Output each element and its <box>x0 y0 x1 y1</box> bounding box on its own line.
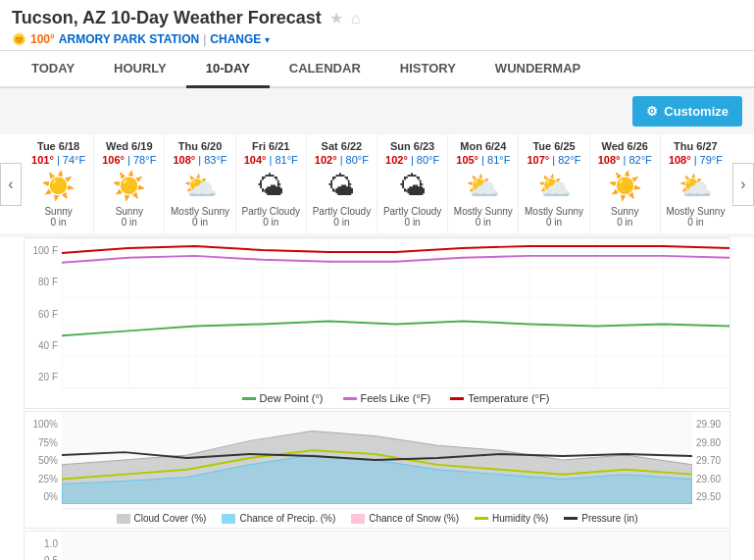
toolbar: ⚙ Customize <box>0 88 754 134</box>
sun-icon: 🌞 <box>12 32 26 46</box>
gear-icon: ⚙ <box>646 104 658 119</box>
tab-wundermap[interactable]: WUNDERMAP <box>476 51 600 88</box>
tab-history[interactable]: HISTORY <box>380 51 476 88</box>
forecast-day[interactable]: Thu 6/27 108° | 79°F ⛅ Mostly Sunny 0 in <box>661 134 730 233</box>
forecast-day[interactable]: Sat 6/22 102° | 80°F 🌤 Partly Cloudy 0 i… <box>307 134 377 233</box>
next-nav[interactable]: › <box>732 163 754 206</box>
customize-button[interactable]: ⚙ Customize <box>632 96 742 127</box>
tab-today[interactable]: TODAY <box>12 51 94 88</box>
temp-chart-legend: Dew Point (°) Feels Like (°F) Temperatur… <box>62 387 729 408</box>
tab-10day[interactable]: 10-DAY <box>186 51 270 88</box>
forecast-day[interactable]: Tue 6/18 101° | 74°F ☀️ Sunny 0 in <box>24 134 94 233</box>
page-title: Tucson, AZ 10-Day Weather Forecast <box>12 8 322 28</box>
dropdown-arrow-icon[interactable]: ▾ <box>265 34 270 45</box>
star-icon[interactable]: ★ <box>329 9 343 27</box>
tab-hourly[interactable]: HOURLY <box>94 51 186 88</box>
page-header: Tucson, AZ 10-Day Weather Forecast ★ ⌂ 🌞… <box>0 0 754 88</box>
prev-nav[interactable]: ‹ <box>0 163 22 206</box>
svg-rect-0 <box>62 238 729 384</box>
forecast-day[interactable]: Mon 6/24 105° | 81°F ⛅ Mostly Sunny 0 in <box>448 134 519 233</box>
tab-calendar[interactable]: CALENDAR <box>270 51 380 88</box>
precip-chart-container: 1.0 0.5 0.0 Precip. Accum. Total (in) Ho… <box>24 531 730 560</box>
humidity-chart-svg <box>62 412 692 504</box>
forecast-day[interactable]: Sun 6/23 102° | 80°F 🌤 Partly Cloudy 0 i… <box>377 134 448 233</box>
forecast-day[interactable]: Tue 6/25 107° | 82°F ⛅ Mostly Sunny 0 in <box>519 134 589 233</box>
precip-chart-svg <box>62 532 729 560</box>
forecast-days: Tue 6/18 101° | 74°F ☀️ Sunny 0 in Wed 6… <box>0 134 754 233</box>
forecast-day[interactable]: Thu 6/20 108° | 83°F ⛅ Mostly Sunny 0 in <box>165 134 235 233</box>
humidity-chart-legend: Cloud Cover (%) Chance of Precip. (%) Ch… <box>62 508 692 528</box>
station-link[interactable]: ARMORY PARK STATION <box>59 32 199 46</box>
nav-tabs: TODAY HOURLY 10-DAY CALENDAR HISTORY WUN… <box>0 51 754 88</box>
charts-section: 100 F 80 F 60 F 40 F 20 F Dew Point (°) <box>0 237 754 560</box>
current-temp: 100° <box>30 32 55 46</box>
forecast-day[interactable]: Fri 6/21 104° | 81°F 🌤 Partly Cloudy 0 i… <box>236 134 307 233</box>
svg-rect-4 <box>62 532 729 560</box>
forecast-day[interactable]: Wed 6/26 108° | 82°F ☀️ Sunny 0 in <box>590 134 661 233</box>
forecast-day[interactable]: Wed 6/19 106° | 78°F ☀️ Sunny 0 in <box>94 134 165 233</box>
home-icon[interactable]: ⌂ <box>351 10 361 27</box>
temp-chart-svg <box>62 238 729 384</box>
humidity-chart-container: 100% 75% 50% 25% 0% 29.90 29.80 29.70 29… <box>24 411 730 529</box>
divider: | <box>203 32 206 46</box>
forecast-section: ‹ Tue 6/18 101° | 74°F ☀️ Sunny 0 in Wed… <box>0 134 754 233</box>
temp-chart-container: 100 F 80 F 60 F 40 F 20 F Dew Point (°) <box>24 237 730 409</box>
change-link[interactable]: CHANGE <box>210 32 261 46</box>
